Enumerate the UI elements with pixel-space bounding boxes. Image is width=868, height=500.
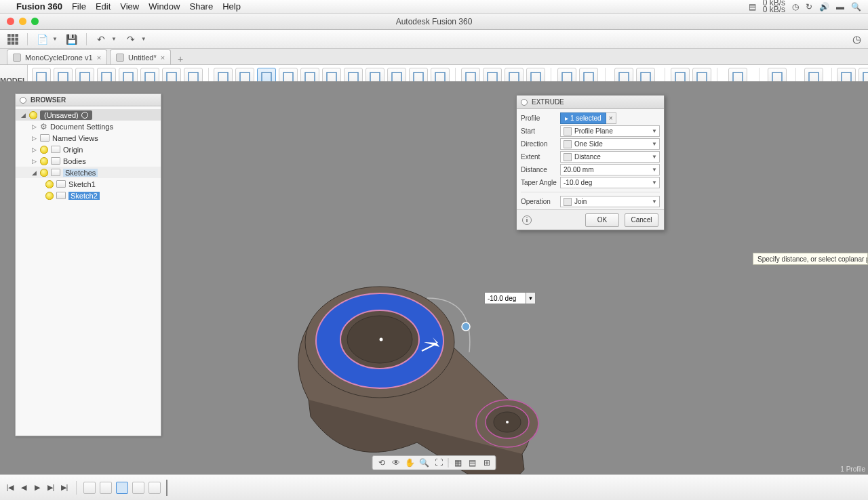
timeline-feature[interactable]	[83, 482, 96, 494]
svg-rect-30	[509, 72, 519, 82]
data-panel-icon[interactable]	[7, 33, 19, 45]
grid-icon[interactable]: ▤	[467, 457, 479, 469]
operation-dropdown[interactable]: Join▼	[560, 196, 660, 207]
orbit-icon[interactable]: ⟲	[376, 457, 388, 469]
collapse-icon[interactable]	[521, 99, 528, 106]
dialog-header[interactable]: EXTRUDE	[517, 96, 664, 109]
tree-item-sketches[interactable]: ◢ Sketches	[16, 167, 161, 178]
svg-rect-16	[189, 72, 198, 82]
canvas-angle-input[interactable]: -10.0 deg ▼	[484, 292, 536, 304]
save-icon[interactable]: 💾	[66, 33, 78, 45]
timeline-end-icon[interactable]: ▶|	[60, 483, 69, 493]
tree-item-sketch1[interactable]: Sketch1	[16, 178, 161, 190]
svg-rect-5	[15, 37, 18, 41]
gear-icon: ⚙	[40, 122, 47, 131]
svg-rect-9	[37, 72, 46, 82]
timeline-feature[interactable]	[116, 482, 128, 494]
timeline-feature[interactable]	[132, 482, 144, 494]
start-dropdown[interactable]: Profile Plane▼	[560, 125, 660, 137]
menu-app[interactable]: Fusion 360	[16, 1, 62, 12]
volume-icon[interactable]: 🔊	[819, 2, 829, 12]
close-icon[interactable]: ×	[161, 54, 165, 62]
flag-icon[interactable]: ▬	[836, 2, 844, 12]
undo-icon[interactable]: ↶	[95, 33, 107, 45]
tree-item-named-views[interactable]: ▷ Named Views	[16, 132, 161, 144]
svg-rect-36	[675, 72, 685, 82]
ok-button[interactable]: OK	[585, 213, 619, 227]
svg-rect-40	[809, 72, 818, 82]
svg-rect-41	[842, 72, 851, 82]
new-tab-button[interactable]: +	[174, 54, 187, 64]
menubar-extra-icon[interactable]: ▤	[749, 2, 756, 12]
menu-edit[interactable]: Edit	[96, 1, 111, 12]
new-file-icon[interactable]: 📄	[36, 33, 48, 45]
timeline-start-icon[interactable]: |◀	[5, 483, 15, 493]
doc-tab-2[interactable]: Untitled* ×	[110, 49, 171, 64]
menu-help[interactable]: Help	[222, 1, 241, 12]
tree-root[interactable]: ◢ (Unsaved)	[16, 109, 161, 121]
extent-dropdown[interactable]: Distance▼	[560, 151, 660, 163]
join-icon	[564, 198, 572, 206]
close-window-icon[interactable]	[7, 18, 14, 25]
svg-rect-21	[305, 72, 315, 82]
svg-rect-31	[531, 72, 540, 82]
menu-window[interactable]: Window	[149, 1, 180, 12]
angle-input-field[interactable]: -10.0 deg	[484, 292, 526, 304]
visibility-icon[interactable]	[29, 111, 37, 119]
visibility-icon[interactable]	[45, 192, 54, 200]
taper-input[interactable]: -10.0 deg▼	[560, 177, 660, 188]
cancel-button[interactable]: Cancel	[625, 213, 658, 227]
look-icon[interactable]: 👁	[390, 457, 402, 469]
tree-item-sketch2[interactable]: Sketch2	[16, 190, 161, 201]
timeline-feature[interactable]	[149, 482, 161, 494]
browser-header[interactable]: BROWSER	[16, 94, 161, 106]
chevron-down-icon[interactable]: ▼	[526, 292, 536, 304]
visibility-icon[interactable]	[45, 180, 54, 188]
tree-item-document-settings[interactable]: ▷⚙ Document Settings	[16, 121, 161, 132]
display-icon[interactable]: ▦	[452, 457, 465, 469]
search-icon[interactable]: 🔍	[851, 2, 861, 12]
menu-share[interactable]: Share	[189, 1, 213, 12]
timeline-next-icon[interactable]: ▶|	[46, 483, 56, 493]
zoom-icon[interactable]: 🔍	[418, 457, 431, 469]
visibility-icon[interactable]	[40, 157, 48, 165]
distance-input[interactable]: 20.00 mm▼	[560, 164, 660, 175]
svg-rect-26	[414, 72, 423, 82]
visibility-icon[interactable]	[40, 146, 48, 154]
tree-item-bodies[interactable]: ▷ Bodies	[16, 155, 161, 167]
svg-rect-27	[435, 72, 445, 82]
direction-dropdown[interactable]: One Side▼	[560, 138, 660, 150]
navigation-bar: ⟲ 👁 ✋ 🔍 ⛶ ▦ ▤ ⊞	[372, 455, 496, 470]
window-title: Autodesk Fusion 360	[396, 17, 473, 26]
fit-icon[interactable]: ⛶	[433, 457, 445, 469]
profile-selection[interactable]: ▸ 1 selected	[560, 112, 606, 124]
menu-view[interactable]: View	[120, 1, 139, 12]
visibility-icon[interactable]	[40, 169, 48, 177]
pan-icon[interactable]: ✋	[404, 457, 416, 469]
tree-item-origin[interactable]: ▷ Origin	[16, 144, 161, 155]
clear-selection-icon[interactable]: ×	[606, 112, 616, 124]
svg-rect-10	[58, 72, 68, 82]
tooltip: Specify distance, or select coplanar p	[753, 253, 868, 265]
job-status-icon[interactable]: ◷	[852, 33, 861, 45]
doc-tab-1[interactable]: MonoCycleDrone v1 ×	[7, 49, 107, 64]
browser-tree: ◢ (Unsaved) ▷⚙ Document Settings ▷ Named…	[16, 106, 161, 205]
zoom-window-icon[interactable]	[31, 18, 39, 25]
sync-icon[interactable]: ↻	[806, 2, 812, 12]
timeline-play-icon[interactable]: ▶	[33, 483, 42, 493]
menu-file[interactable]: File	[72, 1, 86, 12]
clock-icon[interactable]: ◷	[792, 2, 799, 12]
svg-rect-24	[370, 72, 380, 82]
direction-icon	[564, 140, 572, 148]
svg-rect-33	[584, 72, 593, 82]
timeline-marker[interactable]	[166, 480, 167, 496]
timeline-prev-icon[interactable]: ◀	[19, 483, 28, 493]
info-icon[interactable]: i	[522, 215, 532, 225]
redo-icon[interactable]: ↷	[125, 33, 137, 45]
minimize-window-icon[interactable]	[19, 18, 26, 25]
timeline-feature[interactable]	[100, 482, 112, 494]
viewports-icon[interactable]: ⊞	[481, 457, 493, 469]
collapse-icon[interactable]	[20, 97, 26, 104]
svg-rect-17	[218, 72, 228, 82]
close-icon[interactable]: ×	[97, 54, 101, 62]
